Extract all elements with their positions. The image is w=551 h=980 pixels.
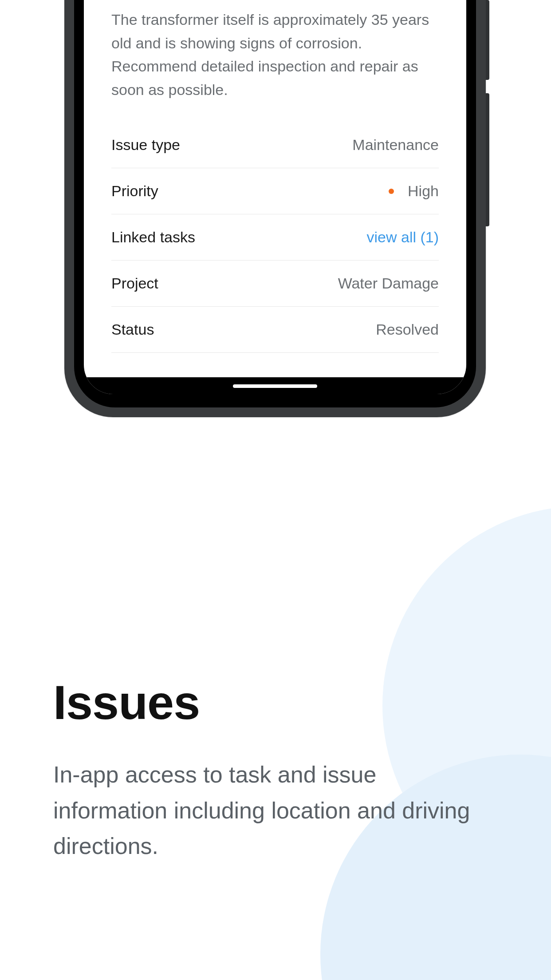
marketing-body: In-app access to task and issue informat…	[53, 757, 479, 864]
field-label: Priority	[111, 182, 158, 200]
app-screen: The transformer itself is approximately …	[84, 0, 466, 394]
field-label: Project	[111, 275, 158, 292]
marketing-copy: Issues In-app access to task and issue i…	[53, 675, 498, 864]
priority-dot-icon	[389, 189, 394, 194]
field-row-priority[interactable]: Priority High	[111, 168, 439, 214]
field-value: Maintenance	[352, 136, 439, 154]
phone-frame: The transformer itself is approximately …	[64, 0, 486, 417]
field-value: High	[408, 182, 439, 199]
phone-side-button	[486, 0, 489, 80]
field-value: Water Damage	[338, 275, 439, 292]
field-row-status[interactable]: Status Resolved	[111, 307, 439, 353]
field-label: Status	[111, 321, 154, 338]
field-value: Resolved	[376, 321, 439, 338]
phone-side-button	[486, 93, 489, 226]
field-row-linked-tasks[interactable]: Linked tasks view all (1)	[111, 214, 439, 261]
marketing-title: Issues	[53, 675, 498, 730]
field-row-project[interactable]: Project Water Damage	[111, 261, 439, 307]
field-label: Linked tasks	[111, 229, 195, 246]
linked-tasks-link[interactable]: view all (1)	[367, 229, 439, 246]
field-label: Issue type	[111, 136, 180, 154]
field-row-issue-type[interactable]: Issue type Maintenance	[111, 122, 439, 168]
issue-description: The transformer itself is approximately …	[111, 0, 439, 122]
android-nav-handle[interactable]	[233, 384, 317, 388]
